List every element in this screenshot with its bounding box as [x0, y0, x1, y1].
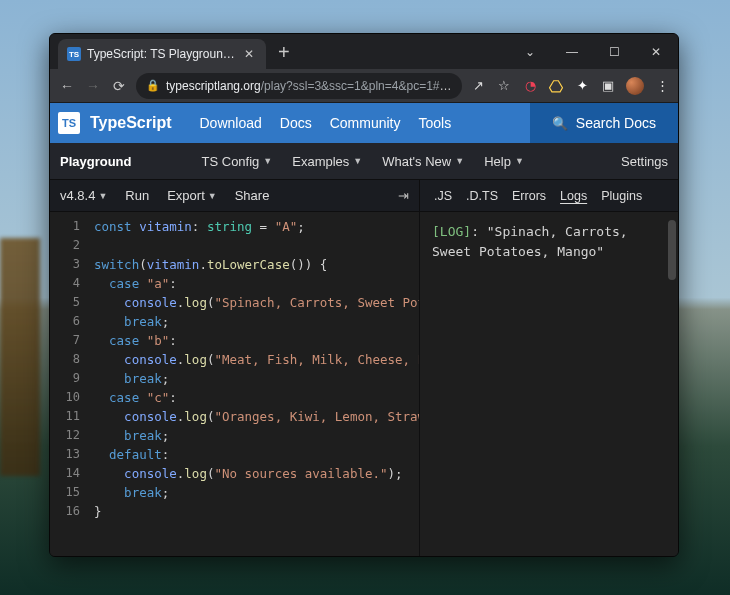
maximize-button[interactable]: ☐ [600, 45, 628, 59]
search-icon: 🔍 [552, 116, 568, 131]
address-bar[interactable]: 🔒 typescriptlang.org/play?ssl=3&ssc=1&pl… [136, 73, 462, 99]
panel-toggle-icon[interactable]: ⇥ [398, 188, 409, 203]
code-line[interactable]: switch(vitamin.toLowerCase()) { [94, 255, 413, 274]
code-line[interactable]: break; [94, 426, 413, 445]
ts-logo-icon: TS [58, 112, 80, 134]
site-nav: DownloadDocsCommunityTools [200, 115, 452, 131]
search-docs-label: Search Docs [576, 115, 656, 131]
output-tab[interactable]: Logs [560, 189, 587, 203]
code-line[interactable]: break; [94, 369, 413, 388]
browser-window: TS TypeScript: TS Playground - An o ✕ + … [49, 33, 679, 557]
forward-icon[interactable]: → [84, 78, 102, 94]
output-tab[interactable]: Plugins [601, 189, 642, 203]
code-editor[interactable]: 12345678910111213141516 const vitamin: s… [50, 212, 420, 556]
star-icon[interactable]: ☆ [496, 78, 512, 94]
log-line: [LOG]: "Spinach, Carrots, Sweet Potatoes… [432, 222, 666, 262]
code-line[interactable]: break; [94, 312, 413, 331]
tab-title: TypeScript: TS Playground - An o [87, 47, 235, 61]
drive-icon[interactable] [548, 78, 564, 94]
playground-menu-item[interactable]: What's New▼ [382, 154, 464, 169]
code-line[interactable]: } [94, 502, 413, 521]
output-tab[interactable]: .D.TS [466, 189, 498, 203]
code-line[interactable]: console.log("No sources available."); [94, 464, 413, 483]
menu-icon[interactable]: ⋮ [654, 78, 670, 94]
svg-marker-0 [550, 80, 563, 91]
search-docs[interactable]: 🔍 Search Docs [530, 103, 678, 143]
run-button[interactable]: Run [125, 188, 149, 203]
reading-list-icon[interactable]: ▣ [600, 78, 616, 94]
code-line[interactable] [94, 236, 413, 255]
output-tab[interactable]: Errors [512, 189, 546, 203]
version-selector[interactable]: v4.8.4▼ [60, 188, 107, 203]
output-tabs: .JS.D.TSErrorsLogsPlugins [420, 180, 678, 211]
back-icon[interactable]: ← [58, 78, 76, 94]
browser-toolbar: ← → ⟳ 🔒 typescriptlang.org/play?ssl=3&ss… [50, 69, 678, 103]
editor-toolbar-row: v4.8.4▼ Run Export▼ Share ⇥ .JS.D.TSErro… [50, 179, 678, 212]
site-nav-item[interactable]: Download [200, 115, 262, 131]
avatar[interactable] [626, 77, 644, 95]
minimize-button[interactable]: — [558, 45, 586, 59]
url-text: typescriptlang.org/play?ssl=3&ssc=1&pln=… [166, 79, 452, 93]
close-window-button[interactable]: ✕ [642, 45, 670, 59]
lock-icon: 🔒 [146, 79, 160, 92]
code-line[interactable]: case "a": [94, 274, 413, 293]
settings-link[interactable]: Settings [621, 154, 668, 169]
tab[interactable]: TS TypeScript: TS Playground - An o ✕ [58, 39, 266, 69]
main-area: 12345678910111213141516 const vitamin: s… [50, 212, 678, 556]
chevron-down-icon[interactable]: ⌄ [516, 45, 544, 59]
pocket-icon[interactable]: ◔ [522, 78, 538, 94]
site-nav-item[interactable]: Docs [280, 115, 312, 131]
tab-strip: TS TypeScript: TS Playground - An o ✕ + … [50, 34, 678, 69]
code-line[interactable]: console.log("Meat, Fish, Milk, Cheese, E… [94, 350, 413, 369]
site-name[interactable]: TypeScript [90, 114, 172, 132]
scrollbar-thumb[interactable] [668, 220, 676, 280]
window-controls: ⌄ — ☐ ✕ [516, 45, 678, 59]
playground-menu-item[interactable]: TS Config▼ [202, 154, 273, 169]
playground-menu-item[interactable]: Examples▼ [292, 154, 362, 169]
site-nav-item[interactable]: Tools [418, 115, 451, 131]
code-line[interactable]: case "c": [94, 388, 413, 407]
code-line[interactable]: case "b": [94, 331, 413, 350]
share-icon[interactable]: ↗ [470, 78, 486, 94]
code-line[interactable]: break; [94, 483, 413, 502]
ts-favicon-icon: TS [67, 47, 81, 61]
share-button[interactable]: Share [235, 188, 270, 203]
playground-menu-item[interactable]: Help▼ [484, 154, 524, 169]
code-area[interactable]: const vitamin: string = "A"; switch(vita… [88, 212, 419, 556]
extension-row: ↗ ☆ ◔ ✦ ▣ ⋮ [470, 77, 670, 95]
line-gutter: 12345678910111213141516 [50, 212, 88, 556]
site-header: TS TypeScript DownloadDocsCommunityTools… [50, 103, 678, 143]
output-panel: [LOG]: "Spinach, Carrots, Sweet Potatoes… [420, 212, 678, 556]
output-tab[interactable]: .JS [434, 189, 452, 203]
left-tools: v4.8.4▼ Run Export▼ Share ⇥ [50, 180, 420, 211]
export-button[interactable]: Export▼ [167, 188, 217, 203]
code-line[interactable]: console.log("Spinach, Carrots, Sweet Pot… [94, 293, 413, 312]
code-line[interactable]: default: [94, 445, 413, 464]
site-nav-item[interactable]: Community [330, 115, 401, 131]
playground-title: Playground [60, 154, 132, 169]
close-tab-icon[interactable]: ✕ [241, 47, 257, 61]
extensions-icon[interactable]: ✦ [574, 78, 590, 94]
code-line[interactable]: const vitamin: string = "A"; [94, 217, 413, 236]
reload-icon[interactable]: ⟳ [110, 78, 128, 94]
playground-bar: Playground TS Config▼Examples▼What's New… [50, 143, 678, 179]
code-line[interactable]: console.log("Oranges, Kiwi, Lemon, Straw… [94, 407, 413, 426]
